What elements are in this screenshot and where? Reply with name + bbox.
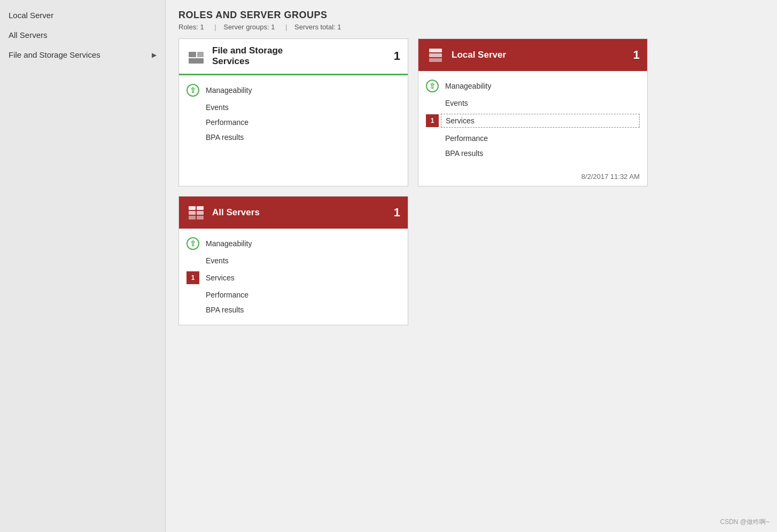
all-performance-label: Performance [206,291,400,299]
all-servers-performance-row[interactable]: Performance [187,287,400,302]
server-groups-count: Server groups: 1 [223,23,275,31]
card-all-servers: All Servers 1 ⇧ Manageability Events 1 S… [178,196,408,325]
svg-rect-10 [189,216,196,220]
sidebar-item-file-storage[interactable]: File and Storage Services ▶ [0,45,165,65]
card-local-server-title: Local Server [452,50,633,60]
events-label: Events [206,103,400,112]
svg-rect-11 [197,216,204,220]
card-all-servers-header[interactable]: All Servers 1 [179,197,408,229]
cards-row-1: File and StorageServices 1 ⇧ Manageabili… [178,38,764,186]
svg-rect-4 [429,53,442,57]
sidebar-item-local-server[interactable]: Local Server [0,5,165,25]
all-servers-bpa-row[interactable]: BPA results [187,302,400,317]
card-all-servers-title: All Servers [212,207,394,218]
svg-rect-9 [197,211,204,215]
all-bpa-label: BPA results [206,306,400,314]
all-servers-events-row[interactable]: Events [187,253,400,268]
svg-rect-3 [429,49,442,52]
sidebar-item-all-servers[interactable]: All Servers [0,25,165,45]
svg-rect-1 [189,58,204,64]
sidebar-label-local-server: Local Server [9,11,53,20]
cards-row-2: All Servers 1 ⇧ Manageability Events 1 S… [178,196,764,325]
card-all-servers-count: 1 [394,206,400,220]
watermark: CSDN @做咋啊~ [720,518,770,527]
local-server-manageability-row[interactable]: ⇧ Manageability [426,76,640,96]
card-local-server-body: ⇧ Manageability Events 1 Services Perfor… [418,71,647,168]
all-services-label: Services [206,273,400,282]
manageability-up-icon: ⇧ [187,84,199,97]
local-services-badge: 1 [426,114,439,127]
local-server-services-row[interactable]: 1 Services [426,111,640,131]
svg-rect-7 [197,206,204,210]
all-manageability-up-icon: ⇧ [187,237,199,250]
card-local-server: Local Server 1 ⇧ Manageability Events 1 … [418,38,648,186]
card-file-storage-body: ⇧ Manageability Events Performance BPA r… [179,75,408,152]
local-server-events-row[interactable]: Events [426,96,640,111]
all-services-badge: 1 [187,271,199,284]
svg-rect-2 [197,52,204,57]
chevron-right-icon: ▶ [152,51,157,59]
card-local-server-count: 1 [633,48,640,62]
sidebar-label-all-servers: All Servers [9,30,48,40]
file-storage-events-row[interactable]: Events [187,100,400,115]
local-bpa-label: BPA results [445,149,640,158]
performance-label: Performance [206,118,400,127]
local-manageability-label: Manageability [445,82,640,90]
roles-count: Roles: 1 [178,23,204,31]
card-all-servers-body: ⇧ Manageability Events 1 Services Perfor… [179,229,408,325]
card-file-storage-header[interactable]: File and StorageServices 1 [179,39,408,75]
main-content: ROLES AND SERVER GROUPS Roles: 1 | Serve… [166,0,777,532]
local-manageability-up-icon: ⇧ [426,80,439,92]
separator-2: | [285,23,287,31]
card-file-storage-count: 1 [394,49,400,63]
local-server-performance-row[interactable]: Performance [426,131,640,146]
card-file-storage-title: File and StorageServices [212,45,394,67]
local-performance-label: Performance [445,134,640,143]
all-servers-icon [187,203,206,222]
local-services-label: Services [441,114,640,128]
servers-total: Servers total: 1 [294,23,341,31]
local-server-icon [426,45,445,65]
card-file-storage: File and StorageServices 1 ⇧ Manageabili… [178,38,408,186]
svg-rect-8 [189,211,196,215]
all-servers-services-row[interactable]: 1 Services [187,268,400,287]
local-events-label: Events [445,99,640,107]
file-storage-manageability-row[interactable]: ⇧ Manageability [187,81,400,100]
file-storage-performance-row[interactable]: Performance [187,115,400,130]
sidebar: Local Server All Servers File and Storag… [0,0,166,532]
separator-1: | [214,23,216,31]
file-storage-icon [187,46,206,66]
all-manageability-label: Manageability [206,239,400,248]
page-title: ROLES AND SERVER GROUPS [178,10,764,21]
all-servers-manageability-row[interactable]: ⇧ Manageability [187,234,400,253]
file-storage-bpa-row[interactable]: BPA results [187,130,400,145]
sidebar-label-file-storage: File and Storage Services [9,50,100,59]
svg-rect-6 [189,206,196,210]
bpa-label: BPA results [206,133,400,142]
local-server-timestamp: 8/2/2017 11:32 AM [418,168,647,186]
page-header: ROLES AND SERVER GROUPS Roles: 1 | Serve… [178,10,764,31]
manageability-label: Manageability [206,86,400,95]
svg-rect-5 [429,58,442,62]
card-local-server-header[interactable]: Local Server 1 [418,39,647,71]
local-server-bpa-row[interactable]: BPA results [426,146,640,161]
all-events-label: Events [206,256,400,265]
svg-rect-0 [189,52,196,57]
page-subtitle: Roles: 1 | Server groups: 1 | Servers to… [178,23,764,31]
